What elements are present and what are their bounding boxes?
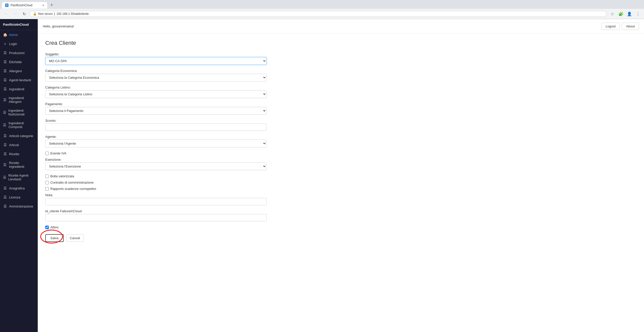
tab-favicon: P (5, 4, 9, 7)
sidebar-item-ingredienti-nutrizionali[interactable]: ☰ Ingredienti Nutrizionali (0, 106, 38, 119)
sconto-label: Sconto: (45, 119, 267, 122)
sconto-group: Sconto: (45, 119, 267, 131)
sidebar-item-agenti-lievitanti[interactable]: ☰ Agenti lievitanti (0, 75, 38, 85)
url-text: 192.168.1.50/addcliente (56, 12, 89, 16)
app-container: PanificioInCloud 🏠 Home + Login ☰ Produz… (0, 19, 644, 332)
pagamento-label: Pagamento: (45, 102, 267, 106)
ricette-agenti-icon: ☰ (3, 175, 6, 179)
licenza-icon: ☰ (3, 195, 7, 199)
ingredienti-composti-icon: ☰ (3, 123, 7, 127)
reload-button[interactable]: ↻ (21, 10, 28, 17)
categoria-listino-label: Categoria Listino: (45, 86, 267, 89)
attivo-checkbox[interactable] (45, 226, 49, 229)
contratto-somministrazione-checkbox[interactable] (45, 181, 49, 184)
contratto-somministrazione-label[interactable]: Contratto di somministrazione (50, 181, 94, 184)
sidebar-item-ricette[interactable]: ☰ Ricette (0, 149, 38, 158)
id-cliente-fatture-input[interactable] (45, 214, 267, 221)
sidebar-label-licenza: Licenza (9, 195, 20, 199)
esenzione-group: Esenzione: Seleziona l'Esenzione (45, 158, 267, 170)
login-icon: + (3, 42, 7, 46)
sidebar-label-agenti-lievitanti: Agenti lievitanti (9, 78, 31, 82)
security-label: Non sicuro (38, 12, 53, 16)
sidebar-label-articoli-categorie: Articoli categorie (9, 134, 33, 138)
cancel-button[interactable]: Cancel (66, 234, 84, 242)
pagamento-group: Pagamento: Seleziona il Pagamento (45, 102, 267, 115)
ingredienti-allergeni-icon: ☰ (3, 98, 7, 102)
sidebar-item-ingredienti-composti[interactable]: ☰ Ingredienti Composti (0, 119, 38, 131)
sidebar-item-allergeni[interactable]: ☰ Allergeni (0, 66, 38, 75)
agente-select[interactable]: Seleziona l'Agente (45, 140, 267, 147)
esenzione-select[interactable]: Seleziona l'Esenzione (45, 162, 267, 170)
categoria-economica-select[interactable]: Seleziona la Categoria Economica (45, 74, 267, 81)
rapporto-scadenze-checkbox[interactable] (45, 187, 49, 191)
sidebar-item-etichette[interactable]: ☰ Etichette (0, 57, 38, 66)
sidebar-item-ingredienti-allergeni[interactable]: ☰ Ingredienti Allergeni (0, 94, 38, 106)
sidebar-item-articoli-categorie[interactable]: ☰ Articoli categorie (0, 131, 38, 140)
sidebar-item-ricette-agenti-lievitanti[interactable]: ☰ Ricette Agenti Lievitanti (0, 171, 38, 184)
soggetto-group: Soggetto: MO CA SPA (45, 52, 267, 65)
sidebar-label-ingredienti-nutrizionali: Ingredienti Nutrizionali (8, 109, 35, 116)
address-separator: | (54, 12, 55, 16)
bolla-valorizzata-checkbox[interactable] (45, 175, 49, 178)
ricette-ingredienti-icon: ☰ (3, 163, 7, 167)
salva-button[interactable]: Salva (45, 234, 64, 242)
create-client-form: Soggetto: MO CA SPA Categoria Economica:… (45, 52, 267, 242)
agente-label: Agente: (45, 135, 267, 139)
browser-chrome: P PanificioInCloud × + ← → ↻ 🔓 Non sicur… (0, 0, 644, 19)
ingredienti-icon: ☰ (3, 87, 7, 91)
top-bar: Hello, giovannimaina! Logout About (38, 19, 644, 34)
sidebar-item-produzioni[interactable]: ☰ Produzioni (0, 48, 38, 57)
sidebar-item-ingredienti[interactable]: ☰ Ingredienti (0, 85, 38, 94)
profile-button[interactable]: 👤 (626, 10, 633, 17)
sidebar-item-ricette-ingredienti[interactable]: ☰ Ricette Ingredienti (0, 158, 38, 171)
attivo-group: Attivo (45, 225, 267, 229)
tab-close-button[interactable]: × (42, 4, 44, 7)
nota-label: Nota: (45, 193, 267, 197)
main-content: Hello, giovannimaina! Logout About Crea … (38, 19, 644, 332)
sidebar-item-amministrazione[interactable]: ☰ Amministrazione (0, 202, 38, 211)
sidebar-item-licenza[interactable]: ☰ Licenza (0, 193, 38, 202)
sidebar-label-home: Home (9, 33, 18, 37)
esente-iva-checkbox[interactable] (45, 152, 49, 155)
sidebar-item-login[interactable]: + Login (0, 39, 38, 48)
agente-group: Agente: Seleziona l'Agente (45, 135, 267, 147)
produzioni-icon: ☰ (3, 51, 7, 55)
home-icon: 🏠 (3, 33, 7, 37)
bolla-valorizzata-label[interactable]: Bolla valorizzata (50, 174, 74, 178)
sidebar-brand: PanificioInCloud (0, 19, 38, 30)
esente-iva-label[interactable]: Esente IVA (50, 151, 66, 155)
active-tab[interactable]: P PanificioInCloud × (2, 2, 47, 9)
extension-button[interactable]: 🧩 (617, 10, 624, 17)
menu-button[interactable]: ⋮ (634, 10, 641, 17)
star-button[interactable]: ☆ (609, 10, 616, 17)
sidebar-label-allergeni: Allergeni (9, 69, 22, 73)
nota-input[interactable] (45, 198, 267, 205)
pagamento-select[interactable]: Seleziona il Pagamento (45, 107, 267, 115)
amministrazione-icon: ☰ (3, 204, 7, 208)
browser-actions: ☆ 🧩 👤 ⋮ (609, 10, 641, 17)
attivo-label[interactable]: Attivo (50, 225, 59, 229)
sidebar-item-home[interactable]: 🏠 Home (0, 30, 38, 39)
categoria-listino-select[interactable]: Seleziona la Categoria Listino (45, 90, 267, 98)
security-icon: 🔓 (33, 12, 37, 16)
sidebar-item-articoli[interactable]: ☰ Articoli (0, 140, 38, 149)
new-tab-button[interactable]: + (48, 2, 55, 9)
sidebar-label-ricette-agenti-lievitanti: Ricette Agenti Lievitanti (8, 174, 35, 181)
sidebar-label-ricette-ingredienti: Ricette Ingredienti (9, 161, 35, 169)
rapporto-scadenze-label[interactable]: Rapporto scadenze corrispettivi (50, 187, 96, 191)
address-bar[interactable]: 🔓 Non sicuro | 192.168.1.50/addcliente (30, 11, 607, 17)
forward-button[interactable]: → (12, 10, 19, 17)
logout-button[interactable]: Logout (601, 23, 620, 30)
sidebar: PanificioInCloud 🏠 Home + Login ☰ Produz… (0, 19, 38, 332)
soggetto-select[interactable]: MO CA SPA (45, 57, 267, 65)
sidebar-label-ingredienti: Ingredienti (9, 87, 24, 91)
sidebar-label-ingredienti-allergeni: Ingredienti Allergeni (9, 96, 35, 104)
sconto-input[interactable] (45, 123, 267, 131)
back-button[interactable]: ← (3, 10, 10, 17)
about-button[interactable]: About (622, 23, 639, 30)
soggetto-label: Soggetto: (45, 52, 267, 56)
sidebar-item-anagrafica[interactable]: ☰ Anagrafica (0, 184, 38, 193)
articoli-categorie-icon: ☰ (3, 134, 7, 138)
id-cliente-fatture-label: id_cliente FattureInCloud (45, 209, 267, 213)
categoria-economica-group: Categoria Economica: Seleziona la Catego… (45, 69, 267, 81)
